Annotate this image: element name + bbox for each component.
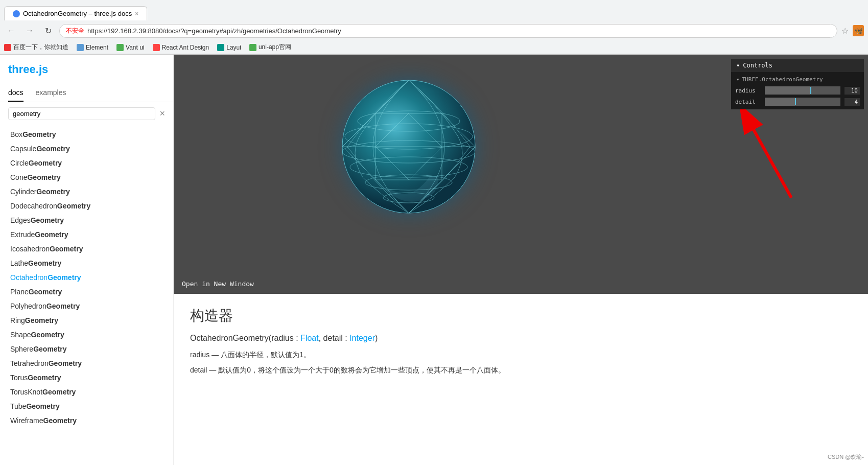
address-field[interactable]: 不安全 https://192.168.2.39:8080/docs/?q=ge… xyxy=(59,24,837,38)
sidebar-item-ringgeometry[interactable]: RingGeometry xyxy=(0,313,173,328)
main-layout: three.js docs examples × BoxGeometry Cap… xyxy=(0,55,868,465)
docs-examples-tabs: docs examples xyxy=(0,84,173,102)
param1-desc: radius — 八面体的半径，默认值为1。 xyxy=(190,349,852,360)
param1-name: radius xyxy=(271,334,294,342)
baidu-icon xyxy=(4,44,11,51)
controls-section-header[interactable]: ▾ THREE.OctahedronGeometry xyxy=(731,74,864,85)
tab-close-btn[interactable]: × xyxy=(135,10,138,17)
react-ant-icon xyxy=(153,44,160,51)
bookmarks-bar: 百度一下，你就知道 Element Vant ui React Ant Desi… xyxy=(0,41,868,54)
bookmark-uniapp[interactable]: uni-app官网 xyxy=(249,43,291,52)
browser-tab[interactable]: OctahedronGeometry – three.js docs × xyxy=(4,6,147,20)
tab-bar: OctahedronGeometry – three.js docs × xyxy=(0,0,868,20)
sidebar-list: BoxGeometry CapsuleGeometry CircleGeomet… xyxy=(0,125,173,465)
controls-panel: ▾ Controls ▾ THREE.OctahedronGeometry ra… xyxy=(731,59,864,109)
forward-button[interactable]: → xyxy=(22,24,37,38)
param2-desc: detail — 默认值为0，将这个值设为一个大于0的数将会为它增加一些顶点，使… xyxy=(190,364,852,376)
detail-slider[interactable] xyxy=(765,98,840,106)
browser-chrome: OctahedronGeometry – three.js docs × ← →… xyxy=(0,0,868,55)
reload-button[interactable]: ↻ xyxy=(41,24,55,38)
tab-title: OctahedronGeometry – three.js docs xyxy=(23,10,132,17)
search-row: × xyxy=(0,102,173,125)
detail-control-row: detail 4 xyxy=(731,96,864,107)
sidebar-item-polyhedrongeometry[interactable]: PolyhedronGeometry xyxy=(0,299,173,313)
sidebar-item-edgesgeometry[interactable]: EdgesGeometry xyxy=(0,213,173,227)
sidebar-header: three.js xyxy=(0,55,173,84)
param1-type: Float xyxy=(300,334,319,342)
controls-section: ▾ THREE.OctahedronGeometry radius 10 det… xyxy=(731,72,864,109)
bookmark-react-ant[interactable]: React Ant Design xyxy=(153,44,209,51)
octahedron-sphere-svg xyxy=(332,70,485,223)
sidebar-item-dodecahedrongeometry[interactable]: DodecahedronGeometry xyxy=(0,199,173,213)
butterfly-extension-icon[interactable]: 🦋 xyxy=(853,25,864,36)
url-text: https://192.168.2.39:8080/docs/?q=geomet… xyxy=(87,27,831,35)
sidebar-item-cylindergeometry[interactable]: CylinderGeometry xyxy=(0,184,173,199)
radius-label: radius xyxy=(735,87,761,94)
detail-label: detail xyxy=(735,99,761,105)
svg-line-37 xyxy=(740,106,791,198)
bookmark-label: uni-app官网 xyxy=(259,43,291,52)
sidebar-item-boxgeometry[interactable]: BoxGeometry xyxy=(0,127,173,142)
vantui-icon xyxy=(116,44,124,51)
back-button[interactable]: ← xyxy=(4,24,18,38)
param2-name: detail xyxy=(323,334,343,342)
sidebar-item-wireframegeometry[interactable]: WireframeGeometry xyxy=(0,413,173,428)
detail-value: 4 xyxy=(844,98,860,106)
bookmark-label: 百度一下，你就知道 xyxy=(13,43,68,52)
tab-favicon xyxy=(13,10,20,17)
csdn-watermark: CSDN @欢瑜- xyxy=(828,453,864,461)
layui-icon xyxy=(217,44,224,51)
sidebar-item-tubegeometry[interactable]: TubeGeometry xyxy=(0,399,173,413)
red-arrow-up xyxy=(725,96,807,208)
content-area: ▾ Controls ▾ THREE.OctahedronGeometry ra… xyxy=(174,55,868,465)
radius-value: 10 xyxy=(844,87,860,95)
section-title: 构造器 xyxy=(190,306,852,326)
sidebar: three.js docs examples × BoxGeometry Cap… xyxy=(0,55,174,465)
bookmark-label: React Ant Design xyxy=(162,44,209,51)
tab-examples[interactable]: examples xyxy=(36,84,66,102)
demo-area: ▾ Controls ▾ THREE.OctahedronGeometry ra… xyxy=(174,55,868,294)
sidebar-item-torusgeometry[interactable]: TorusGeometry xyxy=(0,370,173,385)
controls-section-name: THREE.OctahedronGeometry xyxy=(742,76,823,83)
bookmark-element[interactable]: Element xyxy=(77,44,108,51)
sidebar-item-spheregeometry[interactable]: SphereGeometry xyxy=(0,342,173,356)
uniapp-icon xyxy=(249,44,256,51)
search-clear-button[interactable]: × xyxy=(159,108,165,119)
bookmark-star-button[interactable]: ☆ xyxy=(841,26,849,36)
bookmark-label: Vant ui xyxy=(126,44,144,51)
bookmark-label: Element xyxy=(86,44,108,51)
insecure-label: 不安全 xyxy=(66,27,84,35)
open-in-new-window[interactable]: Open in New Window xyxy=(182,280,254,288)
radius-slider[interactable] xyxy=(765,86,840,95)
sidebar-item-extrudegeometry[interactable]: ExtrudeGeometry xyxy=(0,227,173,242)
sidebar-item-torusknotgeometry[interactable]: TorusKnotGeometry xyxy=(0,385,173,399)
sidebar-item-lathegeometry[interactable]: LatheGeometry xyxy=(0,256,173,270)
search-input[interactable] xyxy=(8,107,155,120)
threejs-logo: three.js xyxy=(8,63,48,76)
sidebar-item-circlegeometry[interactable]: CircleGeometry xyxy=(0,156,173,170)
bookmark-layui[interactable]: Layui xyxy=(217,44,241,51)
constructor-signature: OctahedronGeometry(radius : Float, detai… xyxy=(190,334,852,343)
sidebar-item-octahedrongeometry[interactable]: OctahedronGeometry xyxy=(0,270,173,285)
doc-content: 构造器 OctahedronGeometry(radius : Float, d… xyxy=(174,294,868,392)
sidebar-item-planegeometry[interactable]: PlaneGeometry xyxy=(0,285,173,299)
constructor-method: OctahedronGeometry xyxy=(190,334,269,342)
sidebar-item-conegeometry[interactable]: ConeGeometry xyxy=(0,170,173,184)
sidebar-item-shapegeometry[interactable]: ShapeGeometry xyxy=(0,328,173,342)
sidebar-item-icosahedrongeometry[interactable]: IcosahedronGeometry xyxy=(0,242,173,256)
element-icon xyxy=(77,44,84,51)
radius-control-row: radius 10 xyxy=(731,85,864,96)
param2-type: Integer xyxy=(349,334,375,342)
bookmark-baidu[interactable]: 百度一下，你就知道 xyxy=(4,43,68,52)
controls-title: Controls xyxy=(743,62,772,69)
tab-docs[interactable]: docs xyxy=(8,84,24,102)
bookmark-label: Layui xyxy=(226,44,241,51)
controls-header[interactable]: ▾ Controls xyxy=(731,59,864,72)
address-bar-row: ← → ↻ 不安全 https://192.168.2.39:8080/docs… xyxy=(0,20,868,41)
sidebar-item-tetrahedrongeometry[interactable]: TetrahedronGeometry xyxy=(0,356,173,370)
bookmark-vantui[interactable]: Vant ui xyxy=(116,44,144,51)
sidebar-item-capsulegeometry[interactable]: CapsuleGeometry xyxy=(0,142,173,156)
